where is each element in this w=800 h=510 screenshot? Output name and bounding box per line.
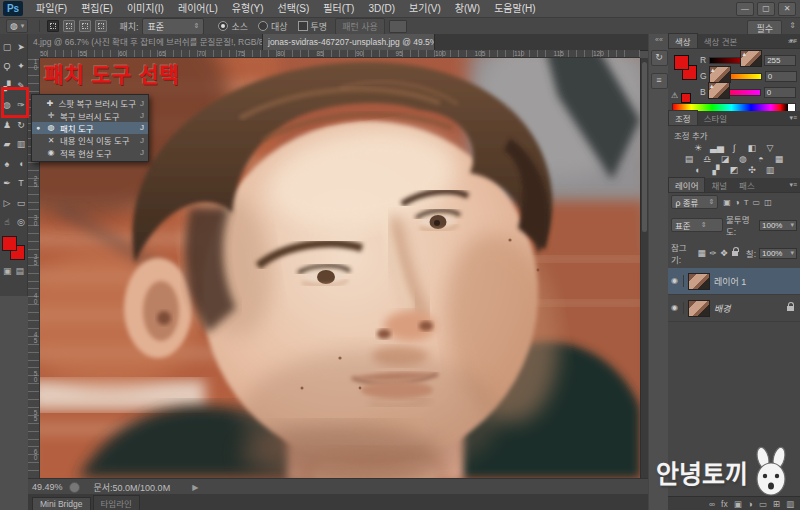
minimize-button[interactable]: —: [736, 2, 754, 16]
levels-icon[interactable]: ▃▅: [710, 143, 722, 153]
filter-type-layers-icon[interactable]: T: [744, 198, 749, 207]
gradient-tool[interactable]: ▥: [14, 135, 28, 155]
close-button[interactable]: ✕: [778, 2, 796, 16]
panel-menu-icon[interactable]: ▾≡: [789, 114, 797, 122]
opacity-field[interactable]: 100%▾: [759, 220, 797, 231]
filter-pixel-layers-icon[interactable]: ▣: [723, 198, 731, 207]
menu-item[interactable]: 유형(Y): [225, 0, 271, 17]
gradient-map-icon[interactable]: ▥: [764, 165, 776, 175]
history-panel-icon[interactable]: ↻: [651, 50, 668, 66]
layer-row[interactable]: ◉ 배경: [668, 295, 800, 322]
tab-mini-bridge[interactable]: Mini Bridge: [32, 497, 91, 510]
layer-mask-button[interactable]: ▣: [734, 499, 742, 509]
filter-adjustment-layers-icon[interactable]: ◑: [735, 198, 740, 207]
tab-swatches[interactable]: 색상 견본: [698, 34, 744, 48]
lasso-tool[interactable]: Ϙ: [0, 57, 14, 77]
flyout-menu-item[interactable]: ● ✕ 내용 인식 이동 도구 J: [32, 134, 148, 146]
eraser-tool[interactable]: ▰: [0, 135, 14, 155]
shape-tool[interactable]: ▭: [14, 193, 28, 213]
menu-item[interactable]: 보기(V): [402, 0, 448, 17]
maximize-button[interactable]: ▢: [757, 2, 775, 16]
source-radio[interactable]: 소스: [218, 20, 248, 33]
menu-item[interactable]: 창(W): [448, 0, 487, 17]
subtract-selection-mode-button[interactable]: [79, 20, 91, 32]
zoom-level[interactable]: 49.49%: [32, 482, 63, 492]
gamut-warning-icon[interactable]: ⚠: [671, 91, 678, 100]
panel-menu-icon[interactable]: ▾≡: [789, 181, 797, 189]
exposure-icon[interactable]: ◧: [746, 143, 758, 153]
layer-visibility-icon[interactable]: ◉: [671, 275, 684, 287]
tab-layers[interactable]: 레이어: [668, 177, 705, 192]
menu-item[interactable]: 레이어(L): [171, 0, 225, 17]
color-balance-icon[interactable]: ♎: [701, 154, 713, 164]
layer-thumbnail[interactable]: [688, 300, 710, 317]
layer-group-button[interactable]: ▭: [759, 499, 767, 509]
tab-channels[interactable]: 채널: [705, 178, 733, 192]
menu-item[interactable]: 필터(T): [316, 0, 361, 17]
red-slider[interactable]: ▲: [709, 57, 761, 64]
screen-mode-icon[interactable]: ▤: [16, 266, 25, 276]
lock-position-icon[interactable]: ✥: [721, 248, 728, 258]
photo-filter-icon[interactable]: ◍: [737, 154, 749, 164]
filter-smart-objects-icon[interactable]: ◫: [764, 198, 772, 207]
use-pattern-button[interactable]: 패턴 사용: [335, 18, 385, 35]
menu-item[interactable]: 편집(E): [74, 0, 120, 17]
delete-layer-button[interactable]: ▥: [786, 499, 794, 509]
quick-selection-tool[interactable]: ✦: [14, 57, 28, 77]
lock-transparency-icon[interactable]: ▦: [697, 248, 705, 258]
document-tab-active[interactable]: jonas-svidras-467207-unsplash.jpg @ 49.5…: [263, 34, 435, 50]
lock-all-icon[interactable]: [732, 251, 738, 256]
tab-timeline[interactable]: 타임라인: [93, 495, 140, 510]
tab-paths[interactable]: 패스: [733, 178, 761, 192]
adjustment-layer-button[interactable]: ◑: [748, 499, 753, 509]
blend-mode-dropdown[interactable]: 표준⇕: [671, 218, 723, 232]
fill-field[interactable]: 100%▾: [759, 248, 797, 259]
link-layers-button[interactable]: ∞: [709, 499, 715, 509]
marquee-tool[interactable]: ▢: [0, 37, 14, 57]
foreground-color-swatch[interactable]: [674, 55, 689, 70]
layer-filter-dropdown[interactable]: ⍴ 종류⇕: [671, 195, 718, 209]
layer-style-button[interactable]: fx: [721, 499, 728, 509]
new-layer-button[interactable]: ⊞: [773, 499, 780, 509]
brightness-contrast-icon[interactable]: ☀: [692, 143, 704, 153]
threshold-icon[interactable]: ◩: [728, 165, 740, 175]
blur-tool[interactable]: ♠: [0, 154, 14, 174]
blue-slider[interactable]: ▲: [709, 89, 761, 96]
black-white-icon[interactable]: ◪: [719, 154, 731, 164]
foreground-color-swatch[interactable]: [2, 236, 17, 251]
green-value-field[interactable]: 0: [765, 71, 797, 82]
menu-item[interactable]: 도움말(H): [487, 0, 542, 17]
flyout-menu-item[interactable]: ● ◍ 패치 도구 J: [32, 122, 148, 134]
tab-adjustments[interactable]: 조정: [668, 110, 698, 125]
new-selection-mode-button[interactable]: [47, 20, 59, 32]
red-value-field[interactable]: 255: [764, 55, 796, 66]
properties-panel-icon[interactable]: ≡: [651, 73, 668, 89]
menu-item[interactable]: 이미지(I): [120, 0, 171, 17]
selective-color-icon[interactable]: ✣: [746, 165, 758, 175]
path-select-tool[interactable]: ▷: [0, 193, 14, 213]
collapse-panels-icon[interactable]: ««: [649, 36, 669, 43]
layer-visibility-icon[interactable]: ◉: [671, 302, 684, 314]
green-slider[interactable]: ▲: [710, 73, 762, 80]
add-selection-mode-button[interactable]: [63, 20, 75, 32]
dodge-tool[interactable]: ◖: [14, 154, 28, 174]
patch-mode-dropdown[interactable]: 표준⇕: [142, 18, 204, 35]
hand-tool[interactable]: ☝: [0, 213, 14, 233]
color-lookup-icon[interactable]: ▦: [773, 154, 785, 164]
collapse-panels-icon[interactable]: »»: [788, 38, 796, 45]
blue-value-field[interactable]: 0: [764, 87, 796, 98]
channel-mixer-icon[interactable]: ◓: [755, 154, 767, 164]
hue-saturation-icon[interactable]: ▤: [683, 154, 695, 164]
flyout-menu-item[interactable]: ● ✚ 스팟 복구 브러시 도구 J: [32, 97, 148, 109]
tab-color[interactable]: 색상: [668, 33, 698, 48]
menu-item[interactable]: 파일(F): [29, 0, 74, 17]
tool-preset-picker[interactable]: ◍ ▾: [6, 19, 28, 33]
layer-row[interactable]: ◉ 레이어 1: [668, 268, 800, 295]
flyout-menu-item[interactable]: ● ◉ 적목 현상 도구 J: [32, 147, 148, 159]
destination-radio[interactable]: 대상: [258, 20, 288, 33]
vibrance-icon[interactable]: ▽: [764, 143, 776, 153]
type-tool[interactable]: T: [14, 174, 28, 194]
filter-shape-layers-icon[interactable]: ▭: [753, 198, 761, 207]
gamut-color-swatch[interactable]: [681, 93, 691, 103]
status-menu-arrow-icon[interactable]: ▶: [192, 483, 198, 492]
